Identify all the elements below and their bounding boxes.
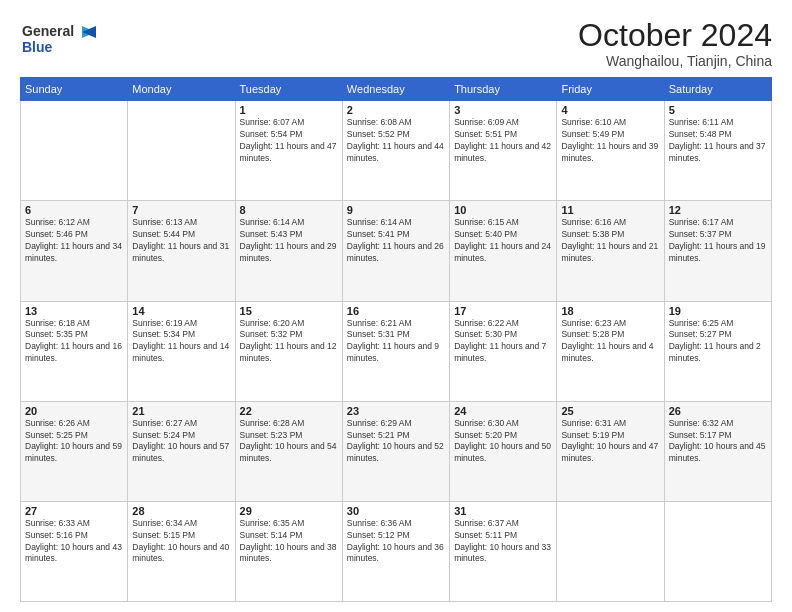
day-number: 24 bbox=[454, 405, 552, 417]
day-info: Sunrise: 6:35 AM Sunset: 5:14 PM Dayligh… bbox=[240, 518, 338, 566]
day-info: Sunrise: 6:20 AM Sunset: 5:32 PM Dayligh… bbox=[240, 318, 338, 366]
table-cell: 4Sunrise: 6:10 AM Sunset: 5:49 PM Daylig… bbox=[557, 101, 664, 201]
day-number: 11 bbox=[561, 204, 659, 216]
day-info: Sunrise: 6:21 AM Sunset: 5:31 PM Dayligh… bbox=[347, 318, 445, 366]
month-title: October 2024 bbox=[578, 18, 772, 53]
table-cell: 17Sunrise: 6:22 AM Sunset: 5:30 PM Dayli… bbox=[450, 301, 557, 401]
table-cell: 31Sunrise: 6:37 AM Sunset: 5:11 PM Dayli… bbox=[450, 501, 557, 601]
day-number: 19 bbox=[669, 305, 767, 317]
week-row-5: 27Sunrise: 6:33 AM Sunset: 5:16 PM Dayli… bbox=[21, 501, 772, 601]
table-cell: 13Sunrise: 6:18 AM Sunset: 5:35 PM Dayli… bbox=[21, 301, 128, 401]
table-cell: 10Sunrise: 6:15 AM Sunset: 5:40 PM Dayli… bbox=[450, 201, 557, 301]
svg-text:Blue: Blue bbox=[22, 39, 53, 55]
table-cell: 14Sunrise: 6:19 AM Sunset: 5:34 PM Dayli… bbox=[128, 301, 235, 401]
day-number: 14 bbox=[132, 305, 230, 317]
page: General Blue October 2024 Wanghailou, Ti… bbox=[0, 0, 792, 612]
day-info: Sunrise: 6:27 AM Sunset: 5:24 PM Dayligh… bbox=[132, 418, 230, 466]
table-cell: 18Sunrise: 6:23 AM Sunset: 5:28 PM Dayli… bbox=[557, 301, 664, 401]
day-number: 10 bbox=[454, 204, 552, 216]
day-info: Sunrise: 6:32 AM Sunset: 5:17 PM Dayligh… bbox=[669, 418, 767, 466]
day-info: Sunrise: 6:19 AM Sunset: 5:34 PM Dayligh… bbox=[132, 318, 230, 366]
day-info: Sunrise: 6:12 AM Sunset: 5:46 PM Dayligh… bbox=[25, 217, 123, 265]
day-info: Sunrise: 6:18 AM Sunset: 5:35 PM Dayligh… bbox=[25, 318, 123, 366]
day-number: 9 bbox=[347, 204, 445, 216]
week-row-3: 13Sunrise: 6:18 AM Sunset: 5:35 PM Dayli… bbox=[21, 301, 772, 401]
day-number: 3 bbox=[454, 104, 552, 116]
day-info: Sunrise: 6:37 AM Sunset: 5:11 PM Dayligh… bbox=[454, 518, 552, 566]
day-number: 26 bbox=[669, 405, 767, 417]
day-number: 15 bbox=[240, 305, 338, 317]
header-wednesday: Wednesday bbox=[342, 78, 449, 101]
table-cell: 30Sunrise: 6:36 AM Sunset: 5:12 PM Dayli… bbox=[342, 501, 449, 601]
table-cell bbox=[557, 501, 664, 601]
day-info: Sunrise: 6:14 AM Sunset: 5:43 PM Dayligh… bbox=[240, 217, 338, 265]
table-cell: 9Sunrise: 6:14 AM Sunset: 5:41 PM Daylig… bbox=[342, 201, 449, 301]
table-cell: 29Sunrise: 6:35 AM Sunset: 5:14 PM Dayli… bbox=[235, 501, 342, 601]
day-number: 13 bbox=[25, 305, 123, 317]
table-cell bbox=[664, 501, 771, 601]
location: Wanghailou, Tianjin, China bbox=[578, 53, 772, 69]
header-saturday: Saturday bbox=[664, 78, 771, 101]
day-info: Sunrise: 6:33 AM Sunset: 5:16 PM Dayligh… bbox=[25, 518, 123, 566]
day-info: Sunrise: 6:25 AM Sunset: 5:27 PM Dayligh… bbox=[669, 318, 767, 366]
table-cell: 1Sunrise: 6:07 AM Sunset: 5:54 PM Daylig… bbox=[235, 101, 342, 201]
day-info: Sunrise: 6:36 AM Sunset: 5:12 PM Dayligh… bbox=[347, 518, 445, 566]
header-monday: Monday bbox=[128, 78, 235, 101]
calendar-table: Sunday Monday Tuesday Wednesday Thursday… bbox=[20, 77, 772, 602]
table-cell: 25Sunrise: 6:31 AM Sunset: 5:19 PM Dayli… bbox=[557, 401, 664, 501]
week-row-1: 1Sunrise: 6:07 AM Sunset: 5:54 PM Daylig… bbox=[21, 101, 772, 201]
week-row-4: 20Sunrise: 6:26 AM Sunset: 5:25 PM Dayli… bbox=[21, 401, 772, 501]
day-info: Sunrise: 6:09 AM Sunset: 5:51 PM Dayligh… bbox=[454, 117, 552, 165]
day-number: 20 bbox=[25, 405, 123, 417]
day-number: 8 bbox=[240, 204, 338, 216]
table-cell: 6Sunrise: 6:12 AM Sunset: 5:46 PM Daylig… bbox=[21, 201, 128, 301]
day-number: 27 bbox=[25, 505, 123, 517]
day-info: Sunrise: 6:08 AM Sunset: 5:52 PM Dayligh… bbox=[347, 117, 445, 165]
table-cell: 21Sunrise: 6:27 AM Sunset: 5:24 PM Dayli… bbox=[128, 401, 235, 501]
table-cell: 19Sunrise: 6:25 AM Sunset: 5:27 PM Dayli… bbox=[664, 301, 771, 401]
day-number: 5 bbox=[669, 104, 767, 116]
logo-svg: General Blue bbox=[20, 18, 100, 62]
day-info: Sunrise: 6:26 AM Sunset: 5:25 PM Dayligh… bbox=[25, 418, 123, 466]
header-friday: Friday bbox=[557, 78, 664, 101]
header-tuesday: Tuesday bbox=[235, 78, 342, 101]
day-number: 7 bbox=[132, 204, 230, 216]
day-number: 29 bbox=[240, 505, 338, 517]
day-number: 18 bbox=[561, 305, 659, 317]
day-info: Sunrise: 6:28 AM Sunset: 5:23 PM Dayligh… bbox=[240, 418, 338, 466]
table-cell: 26Sunrise: 6:32 AM Sunset: 5:17 PM Dayli… bbox=[664, 401, 771, 501]
week-row-2: 6Sunrise: 6:12 AM Sunset: 5:46 PM Daylig… bbox=[21, 201, 772, 301]
day-number: 2 bbox=[347, 104, 445, 116]
table-cell: 27Sunrise: 6:33 AM Sunset: 5:16 PM Dayli… bbox=[21, 501, 128, 601]
day-number: 1 bbox=[240, 104, 338, 116]
table-cell: 11Sunrise: 6:16 AM Sunset: 5:38 PM Dayli… bbox=[557, 201, 664, 301]
day-info: Sunrise: 6:29 AM Sunset: 5:21 PM Dayligh… bbox=[347, 418, 445, 466]
header-thursday: Thursday bbox=[450, 78, 557, 101]
day-number: 25 bbox=[561, 405, 659, 417]
table-cell: 2Sunrise: 6:08 AM Sunset: 5:52 PM Daylig… bbox=[342, 101, 449, 201]
day-info: Sunrise: 6:15 AM Sunset: 5:40 PM Dayligh… bbox=[454, 217, 552, 265]
table-cell: 20Sunrise: 6:26 AM Sunset: 5:25 PM Dayli… bbox=[21, 401, 128, 501]
day-number: 23 bbox=[347, 405, 445, 417]
day-number: 17 bbox=[454, 305, 552, 317]
table-cell: 22Sunrise: 6:28 AM Sunset: 5:23 PM Dayli… bbox=[235, 401, 342, 501]
day-info: Sunrise: 6:13 AM Sunset: 5:44 PM Dayligh… bbox=[132, 217, 230, 265]
day-number: 6 bbox=[25, 204, 123, 216]
day-number: 21 bbox=[132, 405, 230, 417]
day-number: 31 bbox=[454, 505, 552, 517]
weekday-header-row: Sunday Monday Tuesday Wednesday Thursday… bbox=[21, 78, 772, 101]
day-info: Sunrise: 6:10 AM Sunset: 5:49 PM Dayligh… bbox=[561, 117, 659, 165]
svg-text:General: General bbox=[22, 23, 74, 39]
day-info: Sunrise: 6:16 AM Sunset: 5:38 PM Dayligh… bbox=[561, 217, 659, 265]
table-cell: 24Sunrise: 6:30 AM Sunset: 5:20 PM Dayli… bbox=[450, 401, 557, 501]
day-number: 12 bbox=[669, 204, 767, 216]
table-cell: 7Sunrise: 6:13 AM Sunset: 5:44 PM Daylig… bbox=[128, 201, 235, 301]
table-cell: 3Sunrise: 6:09 AM Sunset: 5:51 PM Daylig… bbox=[450, 101, 557, 201]
table-cell: 5Sunrise: 6:11 AM Sunset: 5:48 PM Daylig… bbox=[664, 101, 771, 201]
day-info: Sunrise: 6:23 AM Sunset: 5:28 PM Dayligh… bbox=[561, 318, 659, 366]
day-info: Sunrise: 6:17 AM Sunset: 5:37 PM Dayligh… bbox=[669, 217, 767, 265]
table-cell: 12Sunrise: 6:17 AM Sunset: 5:37 PM Dayli… bbox=[664, 201, 771, 301]
day-info: Sunrise: 6:34 AM Sunset: 5:15 PM Dayligh… bbox=[132, 518, 230, 566]
day-number: 16 bbox=[347, 305, 445, 317]
day-info: Sunrise: 6:11 AM Sunset: 5:48 PM Dayligh… bbox=[669, 117, 767, 165]
